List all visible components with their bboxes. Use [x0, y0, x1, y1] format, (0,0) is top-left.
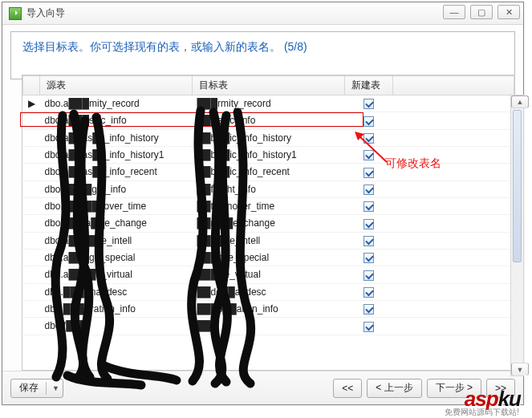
cell-target[interactable]: ██ra██e_change: [193, 215, 345, 232]
cell-source[interactable]: dbo.a██as█c_info_history: [40, 129, 193, 146]
checkbox-icon[interactable]: [363, 116, 374, 127]
maximize-button[interactable]: ▢: [470, 5, 493, 19]
cell-source[interactable]: dbo.████ration_info: [40, 300, 193, 317]
cell-newtable[interactable]: [345, 249, 393, 266]
checkbox-icon[interactable]: [363, 133, 374, 144]
cell-target[interactable]: ████ge_intell: [193, 232, 345, 249]
checkbox-icon[interactable]: [363, 322, 374, 332]
cell-spacer: [393, 300, 514, 317]
cell-source[interactable]: dbo.a███s█c_info: [40, 112, 193, 129]
cell-target[interactable]: ███rmity_record: [193, 95, 345, 112]
cell-target[interactable]: ██de██apdesc: [193, 283, 345, 300]
wizard-window: 导入向导 — ▢ ✕ 选择目标表。你可选择现有的表，或输入新的表名。 (5/8)…: [2, 2, 524, 405]
table-row[interactable]: dbo.a██t██nover_time██t██nover_time: [23, 197, 514, 214]
table-row[interactable]: dbo.a██as█c_info_history██b██ic_info_his…: [23, 129, 514, 146]
cell-source[interactable]: dbo.f███: [40, 318, 193, 335]
table-row[interactable]: dbo.a███ge_special███nge_special: [23, 249, 514, 266]
cell-source[interactable]: dbo.a████ge_intell: [40, 232, 193, 249]
close-button[interactable]: ✕: [497, 5, 520, 19]
cell-source[interactable]: dbo.a██t██nover_time: [40, 197, 193, 214]
cell-source[interactable]: dbo.a███mity_record: [40, 95, 193, 112]
cell-target[interactable]: ████e_virtual: [193, 266, 345, 283]
table-row[interactable]: dbo.a████e_virtual████e_virtual: [23, 266, 514, 283]
cell-source[interactable]: dbo.████napdesc: [40, 283, 193, 300]
cell-target[interactable]: ██f██ht_info: [193, 181, 345, 197]
row-pointer: ▶: [23, 95, 40, 112]
cell-source[interactable]: dbo.a███ge_special: [40, 249, 193, 266]
table-row[interactable]: dbo.████ration_info███p██ation_info: [23, 300, 514, 317]
header-spacer: [393, 76, 514, 95]
cell-newtable[interactable]: [345, 283, 393, 300]
checkbox-icon[interactable]: [363, 201, 374, 212]
row-pointer: [23, 318, 40, 335]
checkbox-icon[interactable]: [363, 168, 374, 178]
cell-newtable[interactable]: [345, 129, 393, 146]
cell-newtable[interactable]: [345, 197, 393, 214]
cell-target[interactable]: ██: [193, 318, 345, 335]
minimize-button[interactable]: —: [443, 5, 465, 19]
cell-spacer: [393, 197, 514, 214]
cell-newtable[interactable]: [345, 181, 393, 197]
cell-source[interactable]: dbo.a██as█c_info_recent: [40, 164, 193, 181]
checkbox-icon[interactable]: [363, 253, 374, 263]
cell-target[interactable]: ███nge_special: [193, 249, 345, 266]
table-body: ▶dbo.a███mity_record███rmity_recorddbo.a…: [23, 95, 514, 335]
table-row[interactable]: ▶dbo.a███mity_record███rmity_record: [23, 95, 514, 112]
header-target[interactable]: 目标表: [193, 76, 345, 95]
cell-target[interactable]: ███asic_info: [193, 112, 345, 129]
window-title: 导入向导: [26, 6, 65, 20]
scroll-thumb[interactable]: [513, 110, 522, 262]
first-button[interactable]: <<: [333, 379, 362, 398]
cell-newtable[interactable]: [345, 266, 393, 283]
table-row[interactable]: dbo.a██ra██e_change██ra██e_change: [23, 215, 514, 232]
dropdown-caret-icon: ▼: [52, 384, 59, 392]
cell-newtable[interactable]: [345, 215, 393, 232]
checkbox-icon[interactable]: [363, 99, 374, 109]
checkbox-icon[interactable]: [363, 236, 374, 246]
vertical-scrollbar[interactable]: ▲ ▼: [510, 95, 524, 376]
watermark-subtext: 免费网站源码下载站!: [445, 407, 519, 418]
table-row[interactable]: dbo.f█████: [23, 318, 514, 335]
save-button[interactable]: 保存 ▼: [10, 379, 63, 398]
cell-newtable[interactable]: [345, 300, 393, 317]
checkbox-icon[interactable]: [363, 270, 374, 281]
row-pointer: [23, 197, 40, 214]
checkbox-icon[interactable]: [363, 287, 374, 298]
header-source[interactable]: 源表: [40, 76, 193, 95]
content-area: 源表 目标表 新建表 ▶dbo.a███mity_record███rmity_…: [2, 79, 523, 371]
cell-target[interactable]: ██t██nover_time: [193, 197, 345, 214]
checkbox-icon[interactable]: [363, 219, 374, 229]
row-pointer: [23, 266, 40, 283]
table-row[interactable]: dbo.████napdesc██de██apdesc: [23, 283, 514, 300]
cell-source[interactable]: dbo.a██f█ght_info: [40, 181, 193, 197]
row-pointer: [23, 164, 40, 181]
app-icon: [9, 7, 22, 20]
cell-source[interactable]: dbo.a██ra██e_change: [40, 215, 193, 232]
cell-target[interactable]: ██b██ic_info_history: [193, 129, 345, 146]
checkbox-icon[interactable]: [363, 185, 374, 195]
cell-newtable[interactable]: [345, 232, 393, 249]
checkbox-icon[interactable]: [363, 304, 374, 315]
prev-button[interactable]: < 上一步: [367, 379, 421, 398]
cell-target[interactable]: ██b██ic_info_history1: [193, 146, 345, 163]
header-newtable[interactable]: 新建表: [345, 76, 393, 95]
cell-spacer: [393, 318, 514, 335]
footer: 保存 ▼ << < 上一步 下一步 > >>: [2, 371, 523, 404]
table-row[interactable]: dbo.a███s█c_info███asic_info: [23, 112, 514, 129]
cell-spacer: [393, 181, 514, 197]
cell-spacer: [393, 249, 514, 266]
cell-newtable[interactable]: [345, 318, 393, 335]
scroll-up-icon[interactable]: ▲: [511, 95, 529, 108]
cell-source[interactable]: dbo.a██as█c_info_history1: [40, 146, 193, 163]
titlebar: 导入向导 — ▢ ✕: [2, 2, 523, 25]
cell-target[interactable]: ██b██ic_info_recent: [193, 164, 345, 181]
table-row[interactable]: dbo.a██f█ght_info██f██ht_info: [23, 181, 514, 197]
checkbox-icon[interactable]: [363, 150, 374, 160]
cell-newtable[interactable]: [345, 95, 393, 112]
row-pointer: [23, 300, 40, 317]
cell-source[interactable]: dbo.a████e_virtual: [40, 266, 193, 283]
cell-target[interactable]: ███p██ation_info: [193, 300, 345, 317]
cell-newtable[interactable]: [345, 112, 393, 129]
scroll-down-icon[interactable]: ▼: [511, 363, 529, 375]
table-row[interactable]: dbo.a████ge_intell████ge_intell: [23, 232, 514, 249]
